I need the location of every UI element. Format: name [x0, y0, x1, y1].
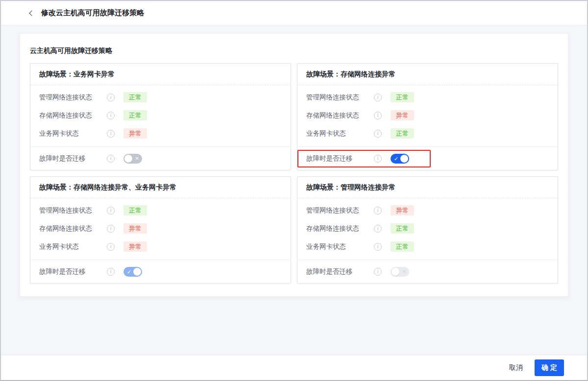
info-icon[interactable]: i — [107, 225, 115, 233]
migrate-label: 故障时是否迁移 — [306, 267, 374, 276]
back-button[interactable] — [26, 8, 37, 19]
confirm-button[interactable]: 确 定 — [535, 359, 564, 376]
panel-header: 故障场景：业务网卡异常 — [30, 64, 291, 85]
chevron-left-icon — [29, 10, 34, 16]
fault-scenario-panel-storage-and-nic: 故障场景：存储网络连接异常、业务网卡异常 管理网络连接状态 i 正常 存储网络连… — [30, 176, 291, 284]
status-label: 业务网卡状态 — [39, 242, 107, 251]
info-icon[interactable]: i — [107, 94, 115, 101]
migrate-toggle[interactable]: ✕ — [123, 154, 142, 164]
info-icon[interactable]: i — [374, 268, 382, 276]
toggle-cross-mark: ✕ — [402, 269, 406, 274]
fault-scenario-panel-storage-network: 故障场景：存储网络连接异常 管理网络连接状态 i 正常 存储网络连接状态 i 异… — [297, 63, 558, 170]
status-row-business-nic: 业务网卡状态 i 正常 — [306, 238, 549, 256]
info-icon[interactable]: i — [374, 130, 382, 138]
status-badge: 正常 — [123, 205, 147, 215]
toggle-knob — [392, 268, 399, 276]
info-icon[interactable]: i — [107, 130, 115, 138]
panel-title: 故障场景：管理网络连接异常 — [306, 183, 549, 192]
status-row-mgmt-network: 管理网络连接状态 i 正常 — [306, 88, 549, 106]
status-label: 管理网络连接状态 — [39, 206, 107, 215]
status-badge: 正常 — [123, 110, 147, 120]
panel-title: 故障场景：存储网络连接异常 — [306, 70, 549, 79]
toggle-knob — [133, 268, 141, 276]
panel-body: 管理网络连接状态 i 正常 存储网络连接状态 i 异常 业务网卡状态 i — [30, 198, 291, 260]
status-row-storage-network: 存储网络连接状态 i 异常 — [39, 219, 282, 238]
migrate-row: 故障时是否迁移 i ✓ — [297, 146, 558, 170]
migrate-toggle[interactable]: ✓ — [391, 154, 409, 164]
info-icon[interactable]: i — [374, 155, 382, 163]
status-badge: 正常 — [391, 128, 414, 139]
fault-scenario-panel-mgmt-network: 故障场景：管理网络连接异常 管理网络连接状态 i 异常 存储网络连接状态 i 正… — [297, 176, 558, 284]
panel-title: 故障场景：存储网络连接异常、业务网卡异常 — [39, 183, 282, 192]
status-badge: 正常 — [123, 92, 147, 102]
migrate-toggle[interactable]: ✕ — [391, 267, 409, 277]
migrate-row-inner: 故障时是否迁移 i ✓ — [30, 263, 164, 281]
toggle-check-mark: ✓ — [127, 269, 131, 274]
status-row-storage-network: 存储网络连接状态 i 正常 — [39, 106, 282, 124]
info-icon[interactable]: i — [374, 225, 382, 233]
migrate-row-highlight-box: 故障时是否迁移 i ✓ — [297, 150, 431, 167]
migrate-label: 故障时是否迁移 — [39, 267, 107, 276]
info-icon[interactable]: i — [107, 207, 115, 214]
toggle-knob — [124, 155, 132, 163]
info-icon[interactable]: i — [374, 112, 382, 119]
fault-scenario-panel-business-nic: 故障场景：业务网卡异常 管理网络连接状态 i 正常 存储网络连接状态 i 正常 — [30, 63, 291, 170]
policy-card: 云主机高可用故障迁移策略 故障场景：业务网卡异常 管理网络连接状态 i 正常 — [20, 33, 568, 297]
status-row-business-nic: 业务网卡状态 i 异常 — [39, 124, 282, 143]
status-label: 业务网卡状态 — [306, 242, 374, 251]
info-icon[interactable]: i — [107, 155, 115, 163]
info-icon[interactable]: i — [107, 112, 115, 119]
status-row-business-nic: 业务网卡状态 i 正常 — [306, 124, 549, 143]
cancel-button[interactable]: 取消 — [504, 359, 528, 376]
main-content: 云主机高可用故障迁移策略 故障场景：业务网卡异常 管理网络连接状态 i 正常 — [1, 25, 587, 355]
migrate-row: 故障时是否迁移 i ✕ — [297, 260, 558, 283]
status-label: 存储网络连接状态 — [39, 224, 107, 233]
status-row-storage-network: 存储网络连接状态 i 正常 — [306, 219, 549, 238]
info-icon[interactable]: i — [107, 268, 115, 276]
migrate-row: 故障时是否迁移 i ✕ — [30, 146, 291, 170]
migrate-row-inner: 故障时是否迁移 i ✕ — [30, 150, 164, 167]
modal-window: 修改云主机高可用故障迁移策略 云主机高可用故障迁移策略 故障场景：业务网卡异常 … — [0, 0, 588, 381]
status-label: 存储网络连接状态 — [306, 111, 374, 120]
info-icon[interactable]: i — [374, 207, 382, 214]
panel-body: 管理网络连接状态 i 异常 存储网络连接状态 i 正常 业务网卡状态 i — [297, 198, 558, 260]
status-label: 存储网络连接状态 — [306, 224, 374, 233]
migrate-row: 故障时是否迁移 i ✓ — [30, 260, 291, 283]
status-badge: 异常 — [123, 241, 147, 252]
status-badge: 正常 — [391, 92, 414, 102]
migrate-toggle[interactable]: ✓ — [123, 267, 142, 277]
status-label: 管理网络连接状态 — [306, 93, 374, 102]
page-header: 修改云主机高可用故障迁移策略 — [1, 1, 587, 25]
panel-header: 故障场景：管理网络连接异常 — [297, 177, 558, 198]
panel-header: 故障场景：存储网络连接异常 — [297, 64, 558, 85]
panel-title: 故障场景：业务网卡异常 — [39, 70, 282, 79]
migrate-label: 故障时是否迁移 — [306, 154, 374, 163]
status-row-mgmt-network: 管理网络连接状态 i 正常 — [39, 201, 282, 219]
status-label: 业务网卡状态 — [306, 129, 374, 138]
status-row-mgmt-network: 管理网络连接状态 i 异常 — [306, 201, 549, 219]
toggle-check-mark: ✓ — [394, 156, 398, 161]
panel-header: 故障场景：存储网络连接异常、业务网卡异常 — [30, 177, 291, 198]
info-icon[interactable]: i — [374, 243, 382, 251]
status-label: 管理网络连接状态 — [306, 206, 374, 215]
migrate-row-inner: 故障时是否迁移 i ✕ — [297, 263, 431, 281]
page-title: 修改云主机高可用故障迁移策略 — [41, 8, 144, 18]
status-badge: 异常 — [123, 128, 147, 139]
status-badge: 正常 — [391, 223, 414, 234]
section-title: 云主机高可用故障迁移策略 — [30, 47, 558, 55]
status-row-mgmt-network: 管理网络连接状态 i 正常 — [39, 88, 282, 106]
status-badge: 异常 — [123, 223, 147, 234]
panel-body: 管理网络连接状态 i 正常 存储网络连接状态 i 异常 业务网卡状态 i — [297, 85, 558, 146]
status-badge: 异常 — [391, 205, 414, 215]
status-badge: 正常 — [391, 241, 414, 252]
scenario-grid: 故障场景：业务网卡异常 管理网络连接状态 i 正常 存储网络连接状态 i 正常 — [30, 63, 558, 284]
status-badge: 异常 — [391, 110, 414, 120]
status-label: 管理网络连接状态 — [39, 93, 107, 102]
info-icon[interactable]: i — [374, 94, 382, 101]
status-label: 存储网络连接状态 — [39, 111, 107, 120]
toggle-knob — [400, 155, 408, 163]
footer-actions: 取消 确 定 — [1, 355, 587, 380]
info-icon[interactable]: i — [107, 243, 115, 251]
toggle-cross-mark: ✕ — [135, 156, 139, 161]
panel-body: 管理网络连接状态 i 正常 存储网络连接状态 i 正常 业务网卡状态 i — [30, 85, 291, 146]
